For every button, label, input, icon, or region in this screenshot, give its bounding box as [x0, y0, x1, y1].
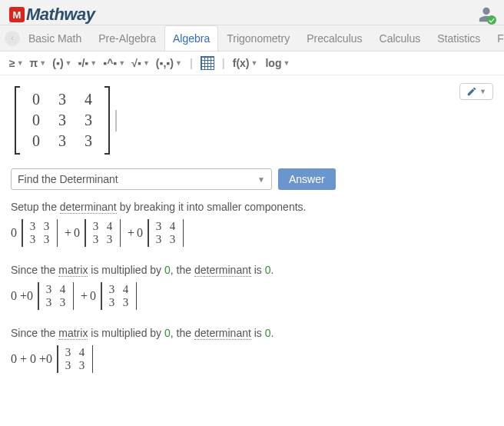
matrix-cell: 0	[23, 91, 49, 108]
matrix-cell: 3	[49, 132, 75, 150]
determinant-2x2: 3433	[101, 282, 137, 310]
toolbar-item[interactable]: (▪,▪)▼	[156, 57, 182, 69]
matrix-cell: 0	[23, 111, 49, 129]
glossary-term[interactable]: matrix	[58, 327, 88, 340]
chevron-down-icon: ▼	[283, 59, 290, 67]
toolbar-item[interactable]: ▪/▪▼	[78, 57, 97, 69]
matrix-cell: 0	[23, 132, 49, 150]
verified-check-icon	[487, 15, 496, 25]
tab-pre-algebra[interactable]: Pre-Algebra	[90, 25, 164, 51]
chevron-down-icon: ▼	[39, 59, 46, 67]
chevron-down-icon: ▼	[479, 88, 486, 95]
tab-trigonometry[interactable]: Trigonometry	[218, 25, 298, 51]
text-cursor-icon	[115, 110, 117, 131]
matrix-cell: 3	[75, 132, 101, 150]
toolbar-item[interactable]: π▼	[30, 57, 47, 69]
chevron-down-icon: ▼	[143, 59, 150, 67]
determinant-2x2: 3333	[22, 219, 58, 247]
logo[interactable]: M Mathway	[9, 5, 94, 25]
chevron-down-icon: ▼	[17, 59, 24, 67]
step-explanation: Since the matrix is multiplied by 0, the…	[11, 327, 493, 339]
tab-algebra[interactable]: Algebra	[164, 25, 218, 51]
math-expression: 0 + 0 + 03433	[11, 345, 493, 373]
glossary-term[interactable]: determinant	[194, 264, 251, 277]
operation-selected-label: Find the Determinant	[18, 173, 118, 185]
fx-button[interactable]: f(x)▼	[233, 57, 258, 69]
tab-precalculus[interactable]: Precalculus	[298, 25, 370, 51]
glossary-term[interactable]: matrix	[58, 264, 88, 277]
matrix-cell: 3	[49, 91, 75, 108]
determinant-2x2: 3433	[38, 282, 74, 310]
glossary-term[interactable]: determinant	[60, 201, 117, 214]
pencil-icon	[466, 86, 477, 97]
fx-label: f(x)	[233, 57, 250, 69]
math-toolbar: ≥▼π▼(▪)▼▪/▪▼▪^▪▼√▪▼(▪,▪)▼ | | f(x)▼ log▼	[0, 52, 504, 75]
chevron-down-icon: ▼	[175, 59, 182, 67]
tab-basic-math[interactable]: Basic Math	[20, 25, 90, 51]
operation-select[interactable]: Find the Determinant ▼	[11, 168, 272, 190]
log-label: log	[265, 57, 281, 69]
toolbar-separator: |	[222, 57, 225, 69]
logo-text: Mathway	[26, 5, 94, 25]
chevron-down-icon: ▼	[90, 59, 97, 67]
toolbar-item[interactable]: ▪^▪▼	[103, 57, 125, 69]
toolbar-item[interactable]: ≥▼	[9, 57, 24, 69]
math-expression: 0 + 03433+03433	[11, 282, 493, 310]
account-icon[interactable]	[478, 6, 495, 23]
toolbar-item[interactable]: √▪▼	[131, 57, 150, 69]
matrix-grid-icon[interactable]	[201, 56, 214, 70]
matrix-cell: 3	[75, 111, 101, 129]
toolbar-separator: |	[190, 57, 193, 69]
step-explanation: Setup the determinant by breaking it int…	[11, 201, 493, 213]
chevron-down-icon: ▼	[118, 59, 125, 67]
tabs-prev-icon[interactable]: ‹	[5, 31, 20, 46]
matrix-cell: 3	[49, 111, 75, 129]
math-expression: 03333+03433+03433	[11, 219, 493, 247]
tab-statistics[interactable]: Statistics	[429, 25, 489, 51]
input-matrix[interactable]: 034033033	[12, 86, 117, 155]
answer-button[interactable]: Answer	[278, 168, 336, 190]
tab-calculus[interactable]: Calculus	[371, 25, 429, 51]
edit-steps-button[interactable]: ▼	[459, 83, 493, 100]
subject-tabs: ‹ Basic MathPre-AlgebraAlgebraTrigonomet…	[0, 25, 504, 52]
determinant-2x2: 3433	[57, 345, 93, 373]
step-explanation: Since the matrix is multiplied by 0, the…	[11, 264, 493, 276]
chevron-down-icon: ▼	[251, 59, 258, 67]
chevron-down-icon: ▼	[65, 59, 72, 67]
chevron-down-icon: ▼	[257, 175, 265, 184]
tab-finite-math[interactable]: Finite Math	[489, 25, 504, 51]
logo-badge-icon: M	[9, 7, 25, 22]
toolbar-item[interactable]: (▪)▼	[52, 57, 71, 69]
glossary-term[interactable]: determinant	[194, 327, 251, 340]
log-button[interactable]: log▼	[265, 57, 290, 69]
matrix-cell: 4	[75, 91, 101, 108]
determinant-2x2: 3433	[85, 219, 121, 247]
determinant-2x2: 3433	[148, 219, 184, 247]
